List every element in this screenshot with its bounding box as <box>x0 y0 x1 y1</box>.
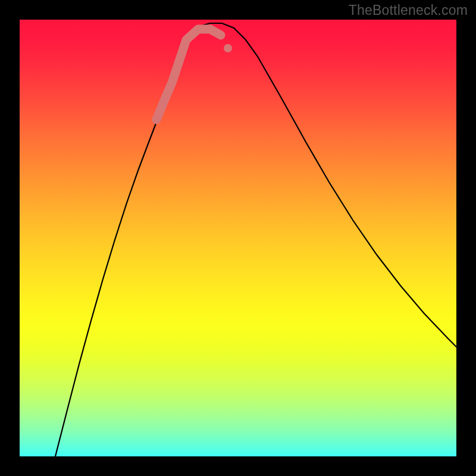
chart-frame: TheBottleneck.com <box>0 0 476 476</box>
watermark-text: TheBottleneck.com <box>349 2 468 18</box>
chart-svg <box>20 20 456 456</box>
optimal-range-highlight <box>156 29 221 120</box>
optimal-range-end-dot <box>224 44 232 52</box>
bottleneck-curve <box>55 23 456 456</box>
plot-area <box>20 20 456 456</box>
